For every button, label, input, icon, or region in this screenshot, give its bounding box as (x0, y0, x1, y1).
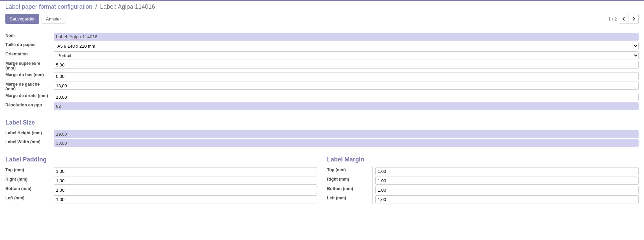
label-name: Nom (5, 32, 51, 41)
discard-button[interactable]: Annuler (42, 14, 65, 24)
orientation-select[interactable]: Portrait (54, 51, 639, 59)
pager: 1 / 2 (608, 14, 639, 24)
label-padding-form: Top (mm) Right (mm) Bottom (mm) Left (mm… (5, 166, 317, 204)
margin-bottom-input[interactable] (54, 72, 639, 80)
padding-right-input[interactable] (54, 177, 317, 185)
padding-left-input[interactable] (54, 195, 317, 203)
margin2-top-label: Top (mm) (327, 166, 372, 176)
label-margin-top: Marge supérieure (mm) (5, 60, 51, 71)
save-button[interactable]: Sauvegarder (5, 14, 39, 24)
section-title-label-padding: Label Padding (5, 156, 317, 163)
action-buttons: Sauvegarder Annuler (5, 14, 65, 24)
padding-bottom-input[interactable] (54, 186, 317, 194)
label-paper-size: Taille du papier (5, 41, 51, 51)
label-size-form: Label Height (mm) 19,00 Label Width (mm)… (5, 130, 639, 148)
main-form: Nom Label: Agipa 114016 Taille du papier… (5, 32, 639, 111)
margin2-left-input[interactable] (375, 195, 639, 203)
chevron-left-icon (623, 17, 625, 21)
section-title-label-margin: Label Margin (327, 156, 639, 163)
margin2-bottom-label: Bottom (mm) (327, 185, 372, 195)
pager-next-button[interactable] (629, 14, 639, 24)
padding-bottom-label: Bottom (mm) (5, 185, 51, 195)
label-width-label: Label Width (mm) (5, 139, 51, 148)
pager-position: 1 / 2 (608, 16, 617, 21)
margin2-right-input[interactable] (375, 177, 639, 185)
label-orientation: Orientation (5, 51, 51, 60)
label-height-label: Label Height (mm) (5, 130, 51, 139)
divider (0, 26, 644, 26)
breadcrumb-separator: / (95, 3, 97, 10)
pager-prev-button[interactable] (619, 14, 629, 24)
label-margin-right: Marge de droite (mm) (5, 92, 51, 102)
margin-top-input[interactable] (54, 61, 639, 69)
margin2-left-label: Left (mm) (327, 195, 372, 204)
chevron-right-icon (632, 17, 635, 21)
label-height-value: 19,00 (54, 130, 639, 138)
dpi-value: 82 (54, 102, 639, 110)
breadcrumb: Label paper format configuration / Label… (5, 3, 639, 10)
padding-left-label: Left (mm) (5, 195, 51, 204)
paper-size-select[interactable]: A5 9 148 x 210 mm (54, 42, 639, 50)
padding-right-label: Right (mm) (5, 176, 51, 185)
margin-right-input[interactable] (54, 93, 639, 101)
label-margin-bottom: Marge du bas (mm) (5, 71, 51, 81)
section-title-label-size: Label Size (5, 119, 639, 126)
margin2-top-input[interactable] (375, 167, 639, 175)
margin2-right-label: Right (mm) (327, 176, 372, 185)
label-margin-left: Marge de gauche (mm) (5, 81, 51, 92)
breadcrumb-current: Label: Agipa 114016 (100, 3, 155, 10)
label-width-value: 38,00 (54, 139, 639, 147)
label-margin-form: Top (mm) Right (mm) Bottom (mm) Left (mm… (327, 166, 639, 204)
breadcrumb-parent-link[interactable]: Label paper format configuration (5, 3, 92, 10)
label-dpi: Résolution en ppp (5, 102, 51, 111)
name-value: Label: Agipa 114016 (54, 33, 639, 41)
padding-top-label: Top (mm) (5, 166, 51, 176)
padding-top-input[interactable] (54, 167, 317, 175)
margin2-bottom-input[interactable] (375, 186, 639, 194)
margin-left-input[interactable] (54, 82, 639, 90)
